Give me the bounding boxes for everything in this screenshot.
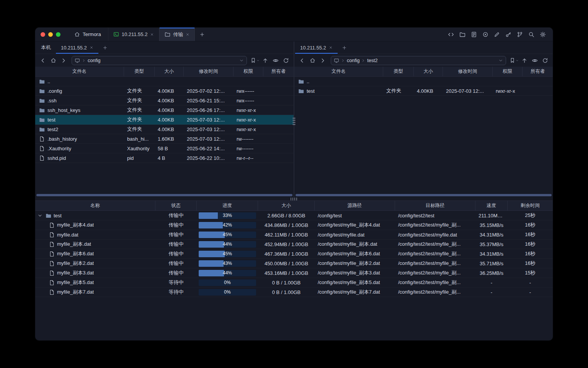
file-row[interactable]: ..	[35, 77, 294, 86]
file-row[interactable]: test2文件夹4.00KB2025-07-03 12:...rwxr-xr-x	[35, 125, 294, 134]
path-segment[interactable]: test2	[367, 58, 377, 63]
column-header[interactable]: 大小	[258, 201, 315, 210]
forward-button[interactable]	[59, 56, 68, 65]
titlebar-tab-transfer[interactable]: 传输	[159, 28, 195, 41]
transfer-splitter[interactable]	[35, 197, 553, 200]
column-header[interactable]: 状态	[155, 201, 197, 210]
close-window-button[interactable]	[41, 32, 45, 37]
transfer-progress-cell: 33%	[197, 212, 258, 219]
path-breadcrumb[interactable]: config test2	[331, 56, 506, 65]
transfer-row[interactable]: myfile_副本.dat传输中44%452.94MB / 1.00GB/con…	[35, 240, 553, 249]
branch-button[interactable]	[515, 30, 524, 39]
back-button[interactable]	[38, 56, 47, 65]
refresh-button[interactable]	[281, 56, 291, 65]
forward-button[interactable]	[318, 56, 327, 65]
close-icon[interactable]	[150, 33, 154, 36]
column-header[interactable]: 类型	[383, 67, 414, 76]
file-name-cell: test2	[35, 127, 124, 132]
column-header[interactable]: 进度	[197, 201, 258, 210]
code-button[interactable]	[446, 30, 456, 39]
column-header[interactable]: 所有者	[523, 67, 553, 76]
transfer-row[interactable]: myfile_副本2.dat传输中43%450.00MB / 1.00GB/co…	[35, 259, 553, 268]
file-row[interactable]: sshd.pidpid4 B2025-06-22 10:...rw-r--r--	[35, 153, 294, 163]
column-header[interactable]: 权限	[234, 67, 263, 76]
close-icon[interactable]	[329, 46, 333, 49]
add-panel-tab-button[interactable]	[338, 41, 351, 54]
upload-button[interactable]	[261, 56, 270, 65]
transfer-remaining: 16秒	[508, 222, 553, 228]
file-panels: 本机 10.211.55.2	[35, 41, 553, 197]
titlebar-tab-host[interactable]: 10.211.55.2	[108, 28, 160, 41]
folder-button[interactable]	[457, 30, 467, 39]
file-row[interactable]: ssh_host_keys文件夹4.00KB2025-06-26 17:...r…	[35, 105, 294, 115]
file-row[interactable]: .ssh文件夹4.00KB2025-06-21 15:...rwx------	[35, 96, 294, 105]
transfer-row[interactable]: myfile.dat传输中45%462.11MB / 1.00GB/config…	[35, 230, 553, 240]
path-segment[interactable]: config	[347, 58, 359, 63]
column-header[interactable]: 名称	[35, 201, 155, 210]
code-icon	[448, 31, 454, 38]
column-header[interactable]: 源路径	[315, 201, 395, 210]
panel-splitter[interactable]	[294, 41, 294, 197]
transfer-row[interactable]: myfile_副本6.dat传输中45%467.36MB / 1.00GB/co…	[35, 249, 553, 259]
column-header[interactable]: 文件名	[35, 67, 124, 76]
transfer-target-path: /config/test2/test/myfile_副...	[395, 269, 475, 276]
show-hidden-button[interactable]	[271, 56, 280, 65]
column-header[interactable]: 文件名	[294, 67, 383, 76]
file-row[interactable]: test文件夹4.00KB2025-07-03 12:...rwxr-xr-x	[294, 86, 553, 96]
file-name: .config	[47, 88, 62, 94]
tab-label: 10.211.55.2	[61, 45, 87, 51]
transfer-row[interactable]: test传输中33%2.66GB / 8.00GB/config/test/co…	[35, 211, 553, 220]
file-doc-icon	[49, 289, 55, 295]
app-home-button[interactable]: Termora	[66, 28, 108, 41]
file-row[interactable]: .bash_historybash_hi...1.60KB2025-07-03 …	[35, 134, 294, 144]
column-header[interactable]: 权限	[493, 67, 523, 76]
transfer-row[interactable]: myfile_副本7.dat等待中0%0 B / 1.00GB/config/t…	[35, 288, 553, 297]
search-button[interactable]	[526, 30, 536, 39]
minimize-window-button[interactable]	[48, 32, 53, 37]
settings-button[interactable]	[538, 30, 547, 39]
column-header[interactable]: 剩余时间	[508, 201, 553, 210]
scrollbar-thumb[interactable]	[296, 194, 552, 196]
transfer-row[interactable]: myfile_副本5.dat等待中0%0 B / 1.00GB/config/t…	[35, 278, 553, 288]
transfer-source-path: /config/test/myfile_副本3.dat	[315, 269, 395, 276]
refresh-button[interactable]	[541, 56, 550, 65]
new-tab-button[interactable]	[195, 28, 209, 41]
column-header[interactable]: 大小	[414, 67, 443, 76]
upload-button[interactable]	[520, 56, 529, 65]
zoom-window-button[interactable]	[56, 32, 60, 37]
column-header[interactable]: 目标路径	[395, 201, 475, 210]
home-button[interactable]	[49, 56, 58, 65]
column-header[interactable]: 大小	[155, 67, 184, 76]
column-header[interactable]: 所有者	[263, 67, 294, 76]
close-icon[interactable]	[90, 46, 93, 49]
show-hidden-button[interactable]	[530, 56, 539, 65]
transfer-row[interactable]: myfile_副本3.dat传输中44%453.16MB / 1.00GB/co…	[35, 268, 553, 278]
path-segment[interactable]: config	[88, 58, 100, 63]
record-button[interactable]	[480, 30, 490, 39]
column-header[interactable]: 修改时间	[184, 67, 234, 76]
path-breadcrumb[interactable]: config	[72, 56, 247, 65]
file-row[interactable]: .XauthorityXauthority58 B2025-06-22 14:.…	[35, 144, 294, 153]
home-button[interactable]	[308, 56, 317, 65]
transfer-row[interactable]: myfile_副本4.dat传输中42%434.86MB / 1.00GB/co…	[35, 220, 553, 230]
add-panel-tab-button[interactable]	[98, 41, 112, 54]
bookmark-button[interactable]	[250, 56, 260, 65]
key-button[interactable]	[503, 30, 513, 39]
log-button[interactable]	[469, 30, 479, 39]
column-header[interactable]: 速度	[475, 201, 508, 210]
column-header[interactable]: 类型	[124, 67, 155, 76]
tab-local[interactable]: 本机	[36, 41, 56, 54]
collapse-icon[interactable]	[38, 213, 42, 218]
file-row[interactable]: .config文件夹4.00KB2025-07-02 12:...rwx----…	[35, 86, 294, 96]
file-row[interactable]: ..	[294, 77, 553, 86]
column-header[interactable]: 修改时间	[443, 67, 493, 76]
edit-button[interactable]	[492, 30, 501, 39]
tab-remote[interactable]: 10.211.55.2	[56, 41, 98, 54]
close-icon[interactable]	[186, 33, 189, 36]
tab-remote[interactable]: 10.211.55.2	[295, 41, 338, 54]
back-button[interactable]	[297, 56, 307, 65]
chevron-right-icon	[341, 59, 345, 62]
file-row[interactable]: test文件夹4.00KB2025-07-03 12:...rwxr-xr-x	[35, 115, 294, 125]
bookmark-button[interactable]	[510, 56, 519, 65]
scrollbar-thumb[interactable]	[36, 194, 292, 196]
